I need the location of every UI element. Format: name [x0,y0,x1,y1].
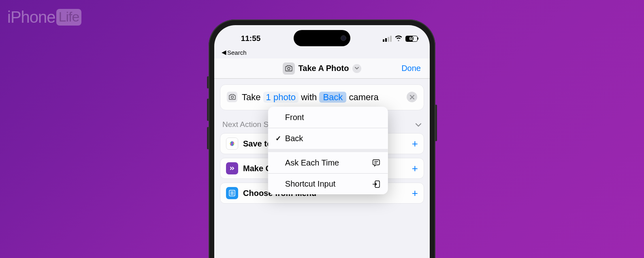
menu-icon [226,187,238,199]
battery-icon: 60 [405,36,418,42]
popup-option-front[interactable]: Front [268,107,388,128]
popup-option-shortcut-input[interactable]: Shortcut Input [268,173,388,194]
svg-rect-12 [373,160,380,165]
svg-point-1 [231,96,233,99]
nav-bar: Take A Photo Done [214,58,430,79]
done-button[interactable]: Done [392,64,421,73]
checkmark-icon: ✓ [275,134,284,143]
watermark-brand: iPhone [7,8,55,26]
camera-select-param[interactable]: Back [319,92,346,103]
svg-point-0 [288,67,290,70]
cellular-signal-icon [383,36,392,42]
photos-app-icon [226,138,238,150]
back-link-label: Search [227,49,247,56]
action-sentence: Take 1 photo with Back camera [242,90,402,104]
wifi-icon [395,35,403,43]
popup-label: Ask Each Time [275,158,371,168]
plus-icon: + [412,162,418,175]
photo-count-param[interactable]: 1 photo [263,92,299,103]
plus-icon: + [412,138,418,150]
front-camera-icon [341,35,346,41]
popup-label: Front [275,113,381,122]
popup-option-ask-each-time[interactable]: Ask Each Time [268,152,388,173]
popup-divider [268,149,388,152]
popup-label: Back [284,134,381,143]
chevron-down-icon [352,64,361,73]
status-time: 11:55 [226,34,275,43]
plus-icon: + [412,187,418,200]
camera-icon [283,62,295,75]
popup-option-back[interactable]: ✓ Back [268,128,388,149]
shortcut-title-button[interactable]: Take A Photo [283,62,362,75]
dynamic-island [294,30,350,46]
phone-mockup: 11:55 60 ◀ [209,19,435,258]
gif-icon [226,162,238,174]
nav-title: Take A Photo [299,64,349,73]
ask-each-time-icon [371,158,381,167]
camera-select-popup: Front ✓ Back Ask Each Time Shortcut Inpu… [268,107,388,194]
action-word-with: with [301,92,317,102]
back-caret-icon: ◀ [222,49,226,56]
watermark-sub: Life [56,9,82,26]
battery-level: 60 [409,37,414,41]
back-to-search-link[interactable]: ◀ Search [214,49,430,58]
shortcut-input-icon [371,180,381,189]
watermark-logo: iPhoneLife [7,8,81,26]
clear-action-button[interactable] [407,92,417,102]
action-word-take: Take [242,92,260,102]
camera-icon [227,92,237,102]
chevron-down-icon [415,120,422,129]
action-word-camera: camera [349,92,378,102]
popup-label: Shortcut Input [275,179,371,189]
